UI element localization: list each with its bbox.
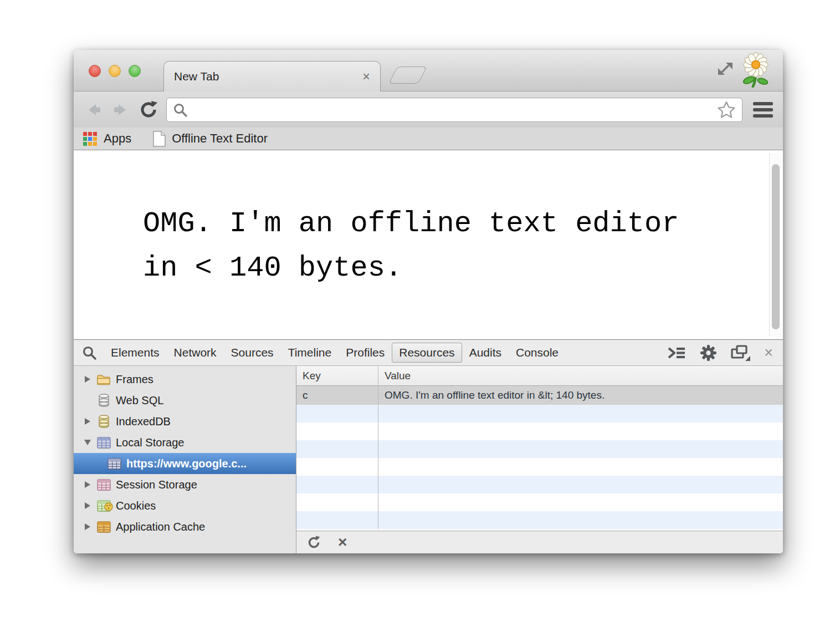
storage-empty-row xyxy=(296,511,783,529)
cookie-icon xyxy=(104,501,113,514)
console-drawer-icon[interactable] xyxy=(667,345,687,360)
storage-row-key: c xyxy=(296,386,378,405)
storage-empty-row xyxy=(296,440,783,458)
storage-empty-row xyxy=(296,423,783,440)
page-icon xyxy=(152,130,166,147)
sidebar-item-label: Web SQL xyxy=(116,394,163,407)
storage-empty-row xyxy=(296,476,783,493)
expander-collapsed-icon[interactable] xyxy=(83,502,91,509)
storage-table-header: Key Value xyxy=(296,366,783,386)
column-header-key[interactable]: Key xyxy=(296,366,378,385)
app-cache-icon xyxy=(96,521,111,533)
page-content: OMG. I'm an offline text editor in < 140… xyxy=(74,150,783,339)
editor-text-line2: in < 140 bytes. xyxy=(143,252,402,284)
storage-table-icon xyxy=(96,479,111,491)
sidebar-item-label: Cookies xyxy=(116,500,156,512)
sidebar-item-label: Frames xyxy=(116,373,153,386)
zoom-window-button[interactable] xyxy=(129,65,141,77)
sidebar-item-indexeddb[interactable]: IndexedDB xyxy=(74,411,296,432)
resources-panel: Frames Web SQL xyxy=(74,366,783,553)
sidebar-item-frames[interactable]: Frames xyxy=(74,369,296,390)
resources-sidebar: Frames Web SQL xyxy=(74,366,296,553)
new-tab-button[interactable] xyxy=(388,67,427,84)
window-controls xyxy=(89,65,141,77)
devtools-toolbar-actions: × xyxy=(667,344,775,362)
dock-icon[interactable] xyxy=(730,344,751,362)
storage-row-value: OMG. I'm an offline text editor in &lt; … xyxy=(378,386,783,405)
devtools-panel: Elements Network Sources Timeline Profil… xyxy=(74,339,783,553)
star-icon[interactable] xyxy=(716,100,736,120)
sidebar-item-cookies[interactable]: Cookies xyxy=(74,495,296,516)
reload-icon[interactable] xyxy=(138,99,159,120)
sidebar-item-label: Local Storage xyxy=(116,436,184,449)
close-window-button[interactable] xyxy=(89,65,101,77)
apps-shortcut[interactable]: Apps xyxy=(104,131,131,146)
devtools-tab-audits[interactable]: Audits xyxy=(462,343,509,363)
expander-collapsed-icon[interactable] xyxy=(83,418,91,425)
scrollbar-thumb[interactable] xyxy=(772,164,780,329)
browser-tab[interactable]: New Tab × xyxy=(163,61,381,91)
bookmark-title: Offline Text Editor xyxy=(172,131,268,146)
database-icon xyxy=(96,393,111,408)
expand-icon[interactable] xyxy=(716,60,734,80)
back-icon[interactable] xyxy=(84,100,104,120)
tab-title: New Tab xyxy=(174,70,219,83)
devtools-search-icon[interactable] xyxy=(81,345,97,360)
bookmarks-bar: Apps Offline Text Editor xyxy=(74,128,783,150)
sidebar-item-label: https://www.google.c... xyxy=(126,457,247,470)
storage-empty-row xyxy=(296,405,783,423)
sidebar-item-local-storage-origin[interactable]: https://www.google.c... xyxy=(74,453,296,474)
storage-row-c[interactable]: c OMG. I'm an offline text editor in &lt… xyxy=(296,386,783,405)
devtools-toolbar: Elements Network Sources Timeline Profil… xyxy=(74,340,783,366)
search-icon xyxy=(172,102,188,118)
storage-items-view: Key Value c OMG. I'm an offline text edi… xyxy=(296,366,783,553)
expander-collapsed-icon[interactable] xyxy=(83,376,91,383)
devtools-tabs: Elements Network Sources Timeline Profil… xyxy=(104,343,566,363)
scrollbar[interactable] xyxy=(769,153,781,337)
menu-icon[interactable] xyxy=(753,102,773,118)
storage-grid-toolbar: × xyxy=(296,531,783,553)
minimize-window-button[interactable] xyxy=(109,65,121,77)
storage-table-icon xyxy=(96,437,111,449)
database-icon xyxy=(96,414,111,429)
tab-strip: New Tab × xyxy=(74,50,783,91)
devtools-tab-timeline[interactable]: Timeline xyxy=(281,343,339,363)
sidebar-item-label: Application Cache xyxy=(116,521,205,533)
apps-icon xyxy=(83,132,97,146)
devtools-tab-resources[interactable]: Resources xyxy=(392,343,462,363)
devtools-tab-elements[interactable]: Elements xyxy=(104,343,167,363)
sidebar-item-session-storage[interactable]: Session Storage xyxy=(74,474,296,495)
folder-icon xyxy=(96,373,111,386)
storage-empty-row xyxy=(296,458,783,476)
gear-icon[interactable] xyxy=(700,344,717,362)
editor-text-line1: OMG. I'm an offline text editor xyxy=(143,207,679,240)
sidebar-item-application-cache[interactable]: Application Cache xyxy=(74,516,296,537)
sidebar-item-web-sql[interactable]: Web SQL xyxy=(74,390,296,411)
storage-empty-row xyxy=(296,493,783,511)
devtools-close-icon[interactable]: × xyxy=(764,345,773,360)
sidebar-item-label: IndexedDB xyxy=(116,415,171,428)
url-bar[interactable] xyxy=(166,98,742,122)
daisy-avatar-icon xyxy=(741,52,771,90)
browser-window: New Tab × xyxy=(74,50,783,553)
devtools-tab-console[interactable]: Console xyxy=(509,343,566,363)
sidebar-item-local-storage[interactable]: Local Storage xyxy=(74,432,296,453)
editor-area[interactable]: OMG. I'm an offline text editor in < 140… xyxy=(74,150,767,339)
expander-collapsed-icon[interactable] xyxy=(83,523,91,530)
column-header-value[interactable]: Value xyxy=(378,366,783,385)
expander-expanded-icon[interactable] xyxy=(83,440,91,445)
devtools-tab-profiles[interactable]: Profiles xyxy=(339,343,392,363)
devtools-tab-network[interactable]: Network xyxy=(167,343,224,363)
delete-icon[interactable]: × xyxy=(338,535,347,550)
sidebar-item-label: Session Storage xyxy=(116,479,197,491)
storage-table-icon xyxy=(107,458,121,470)
devtools-tab-sources[interactable]: Sources xyxy=(224,343,281,363)
url-input[interactable] xyxy=(192,103,716,116)
refresh-icon[interactable] xyxy=(306,535,321,550)
bookmark-item[interactable]: Offline Text Editor xyxy=(152,130,268,147)
forward-icon[interactable] xyxy=(111,100,131,120)
cookies-icon xyxy=(96,500,111,512)
navigation-toolbar xyxy=(74,91,783,128)
tab-close-icon[interactable]: × xyxy=(362,70,370,83)
expander-collapsed-icon[interactable] xyxy=(83,481,91,488)
